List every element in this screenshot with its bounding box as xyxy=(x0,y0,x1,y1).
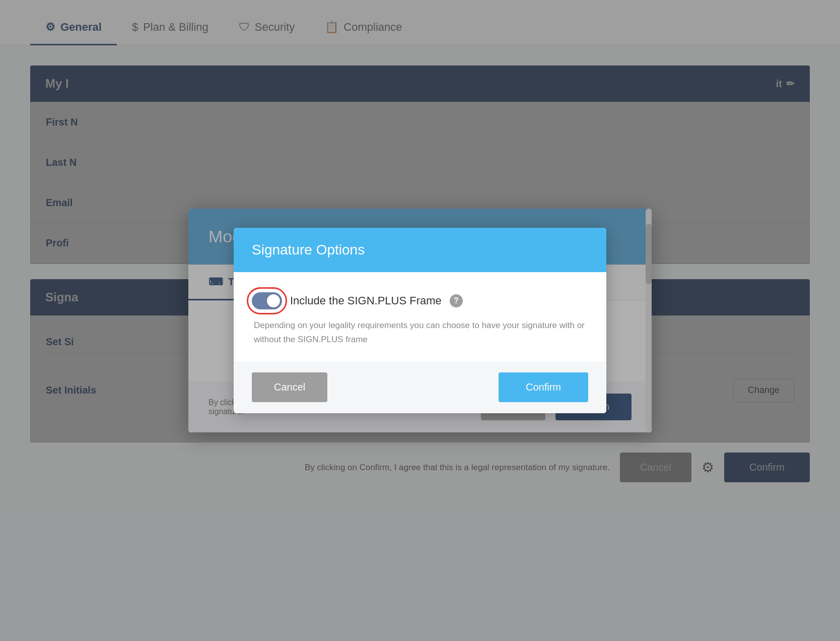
help-icon[interactable]: ? xyxy=(450,294,463,307)
signature-options-body: Include the SIGN.PLUS Frame ? Depending … xyxy=(234,272,606,361)
signature-options-dialog: Signature Options Include the SIGN.PLUS … xyxy=(234,228,606,413)
signature-options-header: Signature Options xyxy=(234,228,606,272)
toggle-row: Include the SIGN.PLUS Frame ? xyxy=(252,292,588,309)
toggle-track xyxy=(252,292,282,309)
background-page: ⚙ General $ Plan & Billing 🛡 Security 📋 … xyxy=(0,0,840,641)
options-confirm-button[interactable]: Confirm xyxy=(499,372,588,402)
sign-frame-toggle[interactable] xyxy=(252,292,282,309)
signature-options-title: Signature Options xyxy=(252,242,365,258)
inner-dialog-overlay: Signature Options Include the SIGN.PLUS … xyxy=(188,209,652,432)
toggle-description: Depending on your legality requirements … xyxy=(252,318,588,346)
modify-signature-modal: Modify Signature ⌨ Type ✍ Draw ☁ Upload … xyxy=(188,209,652,432)
toggle-thumb xyxy=(267,294,280,307)
toggle-label: Include the SIGN.PLUS Frame xyxy=(290,294,442,307)
options-cancel-button[interactable]: Cancel xyxy=(252,372,327,402)
modal-overlay: Modify Signature ⌨ Type ✍ Draw ☁ Upload … xyxy=(0,0,840,641)
signature-options-footer: Cancel Confirm xyxy=(234,361,606,413)
